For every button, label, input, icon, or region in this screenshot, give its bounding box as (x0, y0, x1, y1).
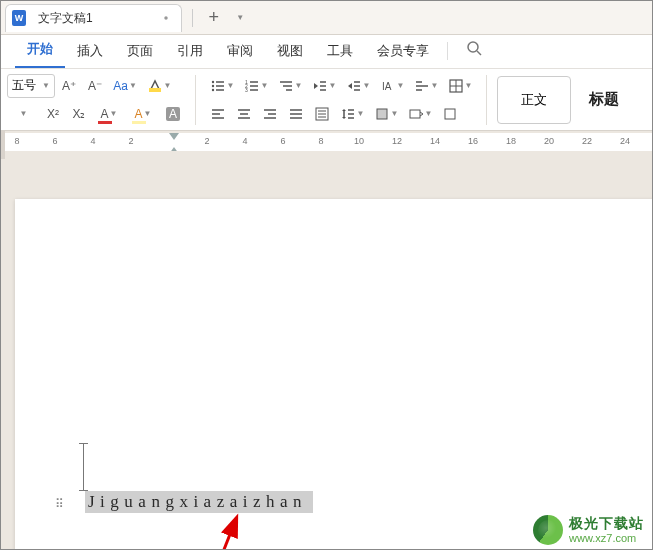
menu-page[interactable]: 页面 (115, 36, 165, 68)
style-group: 正文 标题 (497, 76, 619, 124)
svg-rect-52 (377, 109, 387, 119)
ruler-tick: 2 (128, 136, 133, 146)
ruler-tick: 12 (392, 136, 402, 146)
menu-separator (447, 42, 448, 60)
svg-rect-54 (445, 109, 455, 119)
highlight-button[interactable]: A▼ (127, 102, 159, 126)
ruler-tick: 16 (468, 136, 478, 146)
align-distribute-button[interactable] (310, 102, 334, 126)
indent-marker-bottom[interactable] (169, 147, 179, 151)
search-icon[interactable] (454, 34, 494, 68)
ruler-tick: 2 (204, 136, 209, 146)
svg-point-0 (164, 16, 168, 20)
subscript-button[interactable]: X₂ (67, 102, 91, 126)
svg-text:IA: IA (382, 81, 392, 92)
shading-button[interactable]: ▼ (370, 102, 402, 126)
font-group: 五号 ▼ A⁺ A⁻ Aa▼ ▼ ▼ X² X₂ A▼ A▼ A (7, 74, 185, 126)
menu-bar: 开始 插入 页面 引用 审阅 视图 工具 会员专享 (1, 35, 652, 69)
annotation-arrow (151, 509, 281, 550)
menu-start[interactable]: 开始 (15, 34, 65, 68)
style-heading[interactable]: 标题 (581, 90, 619, 109)
tab-separator (192, 9, 193, 27)
font-size-select[interactable]: 五号 ▼ (7, 74, 55, 98)
align-split-button[interactable]: ▼ (410, 74, 442, 98)
watermark-url: www.xz7.com (569, 532, 644, 544)
char-shading-button[interactable]: A (161, 102, 185, 126)
paragraph-handle-icon[interactable]: ⠿ (55, 497, 66, 511)
font-color-button[interactable]: A▼ (93, 102, 125, 126)
decrease-indent-button[interactable]: ▼ (308, 74, 340, 98)
menu-insert[interactable]: 插入 (65, 36, 115, 68)
paragraph-settings-button[interactable] (438, 102, 462, 126)
ruler-tick: 6 (52, 136, 57, 146)
tab-menu-button[interactable]: ▼ (229, 7, 251, 29)
ruler-tick: 8 (14, 136, 19, 146)
menu-member[interactable]: 会员专享 (365, 36, 441, 68)
watermark-title: 极光下载站 (569, 516, 644, 531)
menu-view[interactable]: 视图 (265, 36, 315, 68)
ruler-tick: 24 (620, 136, 630, 146)
text-direction-button[interactable]: IA▼ (376, 74, 408, 98)
ruler-tick: 20 (544, 136, 554, 146)
menu-reference[interactable]: 引用 (165, 36, 215, 68)
superscript-button[interactable]: X² (41, 102, 65, 126)
svg-line-55 (181, 519, 236, 550)
border-button[interactable]: ▼ (444, 74, 476, 98)
clear-format-button[interactable]: ▼ (143, 74, 175, 98)
toolbar-separator-2 (486, 75, 487, 125)
svg-point-1 (468, 42, 478, 52)
ruler-area: 8 6 4 2 2 4 6 8 10 12 14 16 18 20 22 24 (1, 131, 652, 159)
svg-point-8 (211, 88, 213, 90)
dropdown-button[interactable]: ▼ (7, 102, 39, 126)
ruler-tick: 6 (280, 136, 285, 146)
align-center-button[interactable] (232, 102, 256, 126)
tab-symbol-button[interactable]: ▼ (404, 102, 436, 126)
font-size-value: 五号 (12, 77, 36, 94)
ruler-tick: 10 (354, 136, 364, 146)
ruler-tick: 22 (582, 136, 592, 146)
menu-tools[interactable]: 工具 (315, 36, 365, 68)
style-normal[interactable]: 正文 (497, 76, 571, 124)
watermark: 极光下载站 www.xz7.com (533, 515, 644, 545)
decrease-font-button[interactable]: A⁻ (83, 74, 107, 98)
document-tab[interactable]: W 文字文稿1 (5, 4, 182, 32)
ruler-tick: 8 (318, 136, 323, 146)
svg-point-6 (211, 84, 213, 86)
text-cursor (83, 443, 84, 491)
increase-indent-button[interactable]: ▼ (342, 74, 374, 98)
increase-font-button[interactable]: A⁺ (57, 74, 81, 98)
new-tab-button[interactable]: + (203, 7, 225, 29)
svg-rect-3 (149, 88, 161, 92)
svg-rect-53 (410, 110, 420, 118)
menu-review[interactable]: 审阅 (215, 36, 265, 68)
number-list-button[interactable]: 123▼ (240, 74, 272, 98)
svg-point-4 (211, 80, 213, 82)
svg-line-2 (477, 51, 481, 55)
multilevel-list-button[interactable]: ▼ (274, 74, 306, 98)
ruler-tick: 4 (242, 136, 247, 146)
change-case-button[interactable]: Aa▼ (109, 74, 141, 98)
paragraph-group: ▼ 123▼ ▼ ▼ ▼ IA▼ ▼ ▼ (206, 74, 476, 126)
bullet-list-button[interactable]: ▼ (206, 74, 238, 98)
horizontal-ruler[interactable]: 8 6 4 2 2 4 6 8 10 12 14 16 18 20 22 24 (5, 133, 652, 151)
tab-title: 文字文稿1 (38, 10, 93, 27)
align-right-button[interactable] (258, 102, 282, 126)
tab-bar: W 文字文稿1 + ▼ (1, 1, 652, 35)
align-left-button[interactable] (206, 102, 230, 126)
canvas-area: ⠿ Jiguangxiazaizhan 极光下载站 www.xz7.com (1, 159, 652, 550)
watermark-logo-icon (533, 515, 563, 545)
ruler-tick: 14 (430, 136, 440, 146)
toolbar-separator (195, 75, 196, 125)
ruler-tick: 18 (506, 136, 516, 146)
indent-marker-top[interactable] (169, 133, 179, 143)
ruler-tick: 4 (90, 136, 95, 146)
svg-text:3: 3 (245, 87, 248, 93)
ribbon-toolbar: 五号 ▼ A⁺ A⁻ Aa▼ ▼ ▼ X² X₂ A▼ A▼ A (1, 69, 652, 131)
close-tab-icon[interactable] (159, 11, 173, 25)
app-icon: W (12, 10, 26, 26)
align-justify-button[interactable] (284, 102, 308, 126)
line-spacing-button[interactable]: ▼ (336, 102, 368, 126)
